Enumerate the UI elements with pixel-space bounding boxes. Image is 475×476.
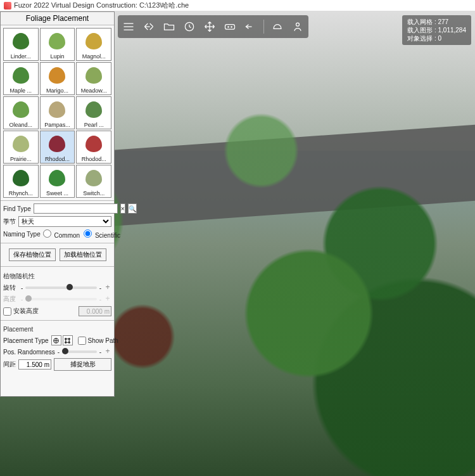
foliage-thumb-icon	[41, 97, 75, 122]
rotate-label: 旋转	[3, 283, 18, 292]
foliage-thumb-icon	[41, 63, 75, 87]
season-select[interactable]: 秋天	[18, 216, 111, 227]
separator	[1, 243, 114, 243]
toolbar-separator	[263, 20, 264, 34]
placement-title: Placement	[3, 326, 111, 333]
foliage-item[interactable]: Rhodod...	[76, 131, 111, 164]
separator	[1, 320, 114, 321]
foliage-item[interactable]: Rhodod...	[40, 131, 75, 164]
foliage-item-label: Marigo...	[41, 87, 75, 94]
rotate-plus-icon[interactable]: +	[104, 284, 111, 292]
spacing-input[interactable]	[18, 359, 51, 370]
foliage-item-label: Lupin	[41, 53, 75, 60]
vr-icon[interactable]	[223, 20, 237, 34]
pos-randomness-label: Pos. Randomness	[3, 349, 55, 356]
install-height-input	[79, 306, 111, 316]
navigate-icon[interactable]	[142, 20, 156, 34]
separator	[1, 266, 114, 267]
naming-common-radio[interactable]: Common	[43, 229, 80, 239]
naming-type-row: Naming Type Common Scientific	[3, 229, 111, 239]
foliage-item[interactable]: Oleand...	[3, 96, 39, 129]
load-positions-button[interactable]: 加载植物位置	[60, 248, 106, 261]
svg-rect-1	[225, 25, 235, 30]
menu-icon[interactable]	[122, 20, 136, 34]
foliage-item-label: Sweet ...	[41, 190, 75, 197]
main-toolbar	[118, 15, 308, 38]
foliage-item[interactable]: Switch...	[76, 165, 111, 198]
panel-controls: Find Type × 🔍 季节 秋天 Naming Type Common S…	[1, 201, 114, 375]
workspace: 载入网格 : 277 载入图形 : 1,011,284 对象选择 : 0 Fol…	[0, 11, 475, 476]
foliage-thumb-icon	[77, 165, 111, 190]
search-icon[interactable]: 🔍	[128, 203, 137, 214]
foliage-item-label: Maple ...	[4, 87, 38, 94]
stats-row-selection: 对象选择 : 0	[407, 34, 466, 42]
placement-point-icon[interactable]	[51, 335, 61, 345]
foliage-item-label: Rhodod...	[77, 156, 111, 163]
foliage-thumb-icon	[77, 131, 111, 156]
foliage-grid: Linder...LupinMagnol...Maple ...Marigo..…	[3, 28, 111, 198]
foliage-thumb-icon	[41, 131, 75, 156]
season-row: 季节 秋天	[3, 216, 111, 227]
foliage-item-label: Pearl ...	[77, 122, 111, 129]
find-type-label: Find Type	[3, 205, 31, 212]
foliage-item-label: Linder...	[4, 53, 38, 60]
foliage-item[interactable]: Magnol...	[76, 28, 111, 61]
season-label: 季节	[3, 217, 16, 226]
undo-icon[interactable]	[243, 20, 257, 34]
find-type-input[interactable]	[34, 203, 118, 214]
height-slider-row: 高度 - - +	[3, 295, 111, 304]
foliage-item[interactable]: Prairie...	[3, 131, 39, 164]
placement-area-icon[interactable]	[63, 335, 73, 345]
find-type-row: Find Type × 🔍	[3, 203, 111, 214]
foliage-thumb-icon	[77, 29, 111, 53]
helmet-icon[interactable]	[270, 20, 284, 34]
naming-scientific-radio[interactable]: Scientific	[84, 229, 120, 239]
svg-point-4	[296, 23, 300, 26]
foliage-thumb-icon	[41, 29, 75, 53]
clear-icon[interactable]: ×	[120, 203, 125, 214]
foliage-thumb-icon	[77, 63, 111, 87]
rotate-slider-row: 旋转 - - +	[3, 283, 111, 292]
foliage-item[interactable]: Pearl ...	[76, 96, 111, 129]
foliage-thumb-icon	[4, 97, 38, 122]
randomness-title: 植物随机性	[3, 272, 111, 281]
install-height-checkbox[interactable]: 安装高度	[3, 307, 39, 316]
foliage-item[interactable]: Maple ...	[3, 62, 39, 95]
panel-title: Foliage Placement	[1, 12, 114, 25]
placement-type-row: Placement Type Show Path	[3, 335, 111, 345]
clock-icon[interactable]	[182, 20, 196, 34]
foliage-item-label: Pampas...	[41, 122, 75, 129]
height-slider	[25, 298, 96, 300]
foliage-thumb-icon	[4, 29, 38, 53]
foliage-thumb-icon	[41, 165, 75, 190]
spacing-row: 间距 捕捉地形	[3, 358, 111, 371]
foliage-item-label: Switch...	[77, 190, 111, 197]
foliage-item[interactable]: Marigo...	[40, 62, 75, 95]
svg-point-2	[227, 26, 229, 28]
foliage-item[interactable]: Linder...	[3, 28, 39, 61]
foliage-item-label: Oleand...	[4, 122, 38, 129]
install-height-row: 安装高度	[3, 306, 111, 316]
foliage-item[interactable]: Meadow...	[76, 62, 111, 95]
pos-randomness-slider[interactable]	[62, 351, 97, 353]
foliage-item[interactable]: Pampas...	[40, 96, 75, 129]
svg-point-3	[231, 26, 232, 28]
folder-open-icon[interactable]	[162, 20, 176, 34]
snap-terrain-button[interactable]: 捕捉地形	[54, 358, 111, 371]
show-path-checkbox[interactable]: Show Path	[78, 337, 118, 345]
save-load-row: 保存植物位置 加载植物位置	[3, 248, 111, 261]
foliage-item[interactable]: Sweet ...	[40, 165, 75, 198]
height-label: 高度	[3, 295, 18, 304]
naming-type-label: Naming Type	[3, 231, 41, 238]
save-positions-button[interactable]: 保存植物位置	[9, 248, 56, 261]
stats-row-meshes: 载入网格 : 277	[407, 18, 466, 26]
pos-randomness-plus-icon[interactable]: +	[104, 348, 111, 356]
foliage-placement-panel: Foliage Placement Linder...LupinMagnol..…	[0, 11, 115, 397]
app-logo-icon	[4, 2, 11, 10]
title-text: Fuzor 2022 Virtual Design Construction: …	[14, 1, 189, 10]
person-icon[interactable]	[291, 20, 305, 34]
foliage-item[interactable]: Lupin	[40, 28, 75, 61]
rotate-slider[interactable]	[25, 286, 96, 289]
move-icon[interactable]	[203, 20, 217, 34]
foliage-item[interactable]: Rhynch...	[3, 165, 39, 198]
